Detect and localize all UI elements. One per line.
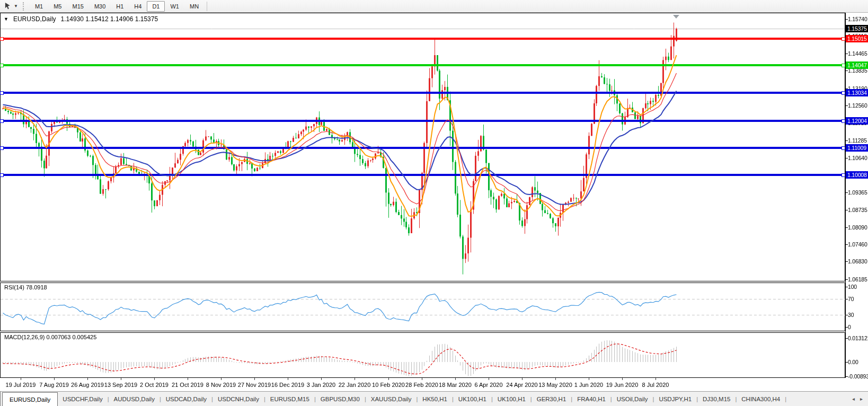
chart-tab-usdcnh-daily[interactable]: USDCNH,Daily (213, 392, 264, 406)
tab-separator: | (785, 392, 786, 406)
chart-tab-china300-h4[interactable]: CHINA300,H4 (737, 392, 785, 406)
chart-tab-eurusd-m15[interactable]: EURUSD,M15 (265, 392, 314, 406)
pointer-tool-button[interactable]: ▼ (2, 1, 20, 11)
chart-tab-xauusd-daily[interactable]: XAUUSD,Daily (366, 392, 417, 406)
timeframe-button-h1[interactable]: H1 (111, 1, 129, 12)
chart-tab-bar: EURUSD,DailyUSDCHF,Daily|AUDUSD,Daily|US… (0, 391, 868, 406)
chart-tab-usdchf-daily[interactable]: USDCHF,Daily (58, 392, 107, 406)
toolbar-grip (23, 2, 26, 11)
chart-window: ▼ EURUSD,Daily 1.14930 1.15412 1.14906 1… (0, 13, 868, 391)
timeframe-button-group: M1M5M15M30H1H4D1W1MN (30, 1, 204, 12)
dropdown-caret-icon[interactable]: ▼ (14, 4, 18, 8)
tab-scroll-left-icon[interactable]: ◂ (852, 396, 855, 402)
timeframe-button-w1[interactable]: W1 (165, 1, 184, 12)
chart-tab-uk100-h1[interactable]: UK100,H1 (454, 392, 491, 406)
chart-tab-hk50-h1[interactable]: HK50,H1 (418, 392, 452, 406)
trading-platform-window: { "toolbar": { "timeframes": ["M1","M5",… (0, 0, 868, 406)
tab-scroll-right-icon[interactable]: ▸ (860, 396, 863, 402)
chart-tab-ger30-h1[interactable]: GER30,H1 (532, 392, 571, 406)
chart-tab-fra40-h1[interactable]: FRA40,H1 (572, 392, 610, 406)
timeframe-button-d1[interactable]: D1 (147, 1, 165, 12)
chart-tab-gbpusd-m30[interactable]: GBPUSD,M30 (316, 392, 365, 406)
tab-navigation: ◂ ▸ (847, 392, 868, 406)
timeframe-button-m15[interactable]: M15 (67, 1, 88, 12)
timeframe-button-m30[interactable]: M30 (89, 1, 111, 12)
timeframe-button-m1[interactable]: M1 (30, 1, 48, 12)
pointer-tool-icon (4, 2, 12, 10)
chart-tab-eurusd-daily[interactable]: EURUSD,Daily (2, 392, 58, 406)
timeframe-button-h4[interactable]: H4 (129, 1, 147, 12)
toolbar-separator (207, 2, 207, 11)
chart-tab-uk100-h1[interactable]: UK100,H1 (493, 392, 530, 406)
chart-tab-usoil-daily[interactable]: USOil,Daily (612, 392, 653, 406)
chart-tab-usdcad-daily[interactable]: USDCAD,Daily (161, 392, 211, 406)
chart-tab-audusd-daily[interactable]: AUDUSD,Daily (109, 392, 160, 406)
timeframe-button-mn[interactable]: MN (184, 1, 204, 12)
timeframe-button-m5[interactable]: M5 (48, 1, 67, 12)
chart-tab-dj30-m15[interactable]: DJ30,M15 (698, 392, 735, 406)
price-chart-canvas[interactable] (0, 13, 868, 391)
chart-tab-usdjpy-h1[interactable]: USDJPY,H1 (654, 392, 696, 406)
top-toolbar: ▼ M1M5M15M30H1H4D1W1MN (0, 0, 868, 13)
